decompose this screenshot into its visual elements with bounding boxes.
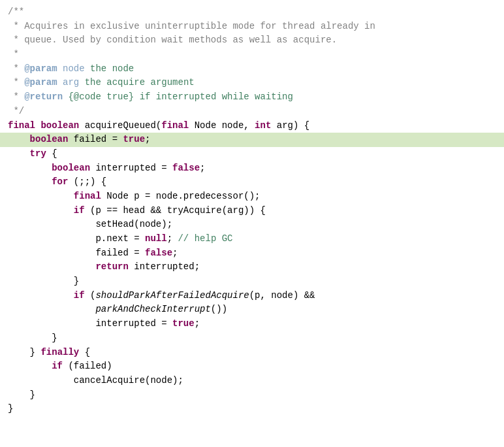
code-editor: /** * Acquires in exclusive uninterrupti… — [0, 0, 504, 447]
code-line-4: * — [0, 48, 504, 62]
code-line-11: try { — [0, 147, 504, 161]
code-line-18: failed = false; — [0, 246, 504, 261]
code-line-6: * @param arg the acquire argument — [0, 76, 504, 90]
code-line-19: return interrupted; — [0, 260, 504, 274]
code-line-25: } finally { — [0, 346, 504, 360]
code-line-12: boolean interrupted = false; — [0, 161, 504, 176]
code-line-10: boolean failed = true; — [0, 133, 504, 147]
code-line-7: * @return {@code true} if interrupted wh… — [0, 90, 504, 105]
code-line-9: final boolean acquireQueued(final Node n… — [0, 119, 504, 133]
code-line-2: * Acquires in exclusive uninterruptible … — [0, 20, 504, 34]
code-line-8: */ — [0, 105, 504, 119]
code-line-23: interrupted = true; — [0, 317, 504, 331]
code-line-17: p.next = null; // help GC — [0, 232, 504, 246]
code-line-20: } — [0, 274, 504, 289]
code-line-22: parkAndCheckInterrupt()) — [0, 303, 504, 317]
code-line-1: /** — [0, 5, 504, 20]
code-line-28: } — [0, 388, 504, 403]
code-line-29: } — [0, 402, 504, 416]
code-line-3: * queue. Used by condition wait methods … — [0, 33, 504, 48]
code-line-21: if (shouldParkAfterFailedAcquire(p, node… — [0, 289, 504, 303]
code-line-5: * @param node the node — [0, 62, 504, 76]
code-line-16: setHead(node); — [0, 218, 504, 232]
code-line-24: } — [0, 331, 504, 346]
code-line-13: for (;;) { — [0, 175, 504, 190]
code-line-14: final Node p = node.predecessor(); — [0, 190, 504, 204]
code-line-27: cancelAcquire(node); — [0, 374, 504, 388]
code-line-15: if (p == head && tryAcquire(arg)) { — [0, 204, 504, 218]
code-line-26: if (failed) — [0, 359, 504, 374]
